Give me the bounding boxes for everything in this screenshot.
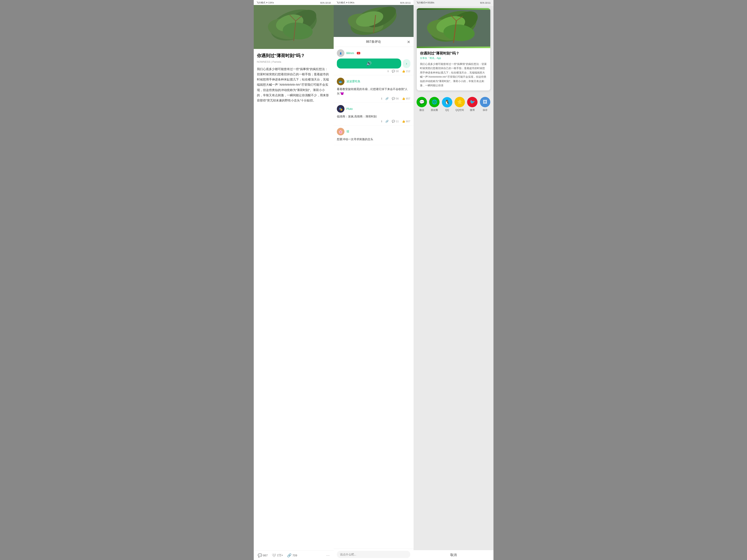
share-qq[interactable]: 🐧 QQ <box>442 97 452 111</box>
audio-arrow[interactable]: › <box>403 59 410 68</box>
article-content: 你遇到过"薄荷时刻"吗？ NOWNESS | Pamela 我们心底多少都可能曾… <box>254 49 334 551</box>
comment-input-bar[interactable] <box>334 549 414 560</box>
save-label: 保存 <box>483 108 488 112</box>
status-bar-1: 飞行模式 ✈ 11K/s 91% 10:10 <box>254 0 334 5</box>
share-moments[interactable]: 🌐 朋友圈 <box>429 97 440 112</box>
share-action-3[interactable]: 🔗 <box>385 120 389 123</box>
reply-action-3[interactable]: 💬 11 <box>392 120 398 123</box>
username-ju: 琚 <box>346 130 349 133</box>
status-bar-2: 飞行模式 ✈ 0.9K/s 91% 10:11 <box>334 0 414 5</box>
info-action-2[interactable]: ℹ <box>381 97 382 100</box>
more-menu[interactable]: ··· <box>326 553 330 558</box>
comment-item-4: 🌸 琚 想要冲动一次寻求刺激的念头 <box>334 126 414 145</box>
reply-count-3: 11 <box>396 120 398 123</box>
svg-text:🐟: 🐟 <box>338 79 343 84</box>
like-action-2[interactable]: 👍 857 <box>402 97 410 100</box>
svg-text:👤: 👤 <box>339 52 342 55</box>
reply-count-2: 56 <box>396 97 398 100</box>
comment-count: 867 <box>263 554 268 557</box>
like-count-1: 212 <box>406 70 410 73</box>
avatar-lililmm: 👤 <box>337 49 344 57</box>
qq-icon: 🐧 <box>442 97 452 107</box>
close-button[interactable]: ✕ <box>407 39 410 44</box>
comment-action[interactable]: 💬 867 <box>258 553 268 558</box>
comment-item-3: 🎭 Pluto 低情商：发疯 高情商：薄荷时刻 ℹ 🔗 💬 11 <box>334 103 414 126</box>
status-right-3: 91% 10:11 <box>480 2 491 4</box>
reply-action-2[interactable]: 💬 56 <box>392 97 398 100</box>
svg-text:🌸: 🌸 <box>339 130 343 134</box>
comment-user-row-4: 🌸 琚 <box>337 128 410 135</box>
comments-header: 867条评论 ✕ <box>334 37 414 47</box>
share-action-2[interactable]: 🔗 <box>385 97 389 100</box>
share-weibo[interactable]: 🐦 微博 <box>467 97 478 112</box>
vip-badge: W <box>357 52 360 54</box>
comments-title: 867条评论 <box>366 40 381 44</box>
audio-bar[interactable]: 🔊 <box>337 58 401 69</box>
comment-actions-2: ℹ 🔗 💬 56 👍 857 <box>337 97 410 100</box>
username-lililmm: lililmm <box>346 52 354 55</box>
audio-play-icon: 🔊 <box>366 61 371 66</box>
svg-rect-16 <box>334 5 414 37</box>
moments-icon: 🌐 <box>429 97 440 107</box>
status-right-2: 91% 10:11 <box>400 2 411 4</box>
screen-share: 飞行模式✈ 831B/s 91% 10:11 你遇到过"薄荷时刻"吗？ 我们心底… <box>414 0 493 560</box>
avatar-ju: 🌸 <box>337 128 344 135</box>
share-actions: 💬 微信 🌐 朋友圈 🐧 QQ ⭐ QQ空间 <box>414 94 493 117</box>
info-icon-3: ℹ <box>381 120 382 123</box>
cancel-button[interactable]: 取消 <box>414 550 493 560</box>
like-icon: 🤍 <box>272 553 276 558</box>
like-count-2: 857 <box>406 97 410 100</box>
hero-image-2 <box>334 5 414 37</box>
info-icon-2: ℹ <box>381 97 382 100</box>
like-count-3: 807 <box>406 120 410 123</box>
share-card: 你遇到过"薄荷时刻"吗？ 分享自「简讯」App 我们心底多少都可能曾有过一些"搞… <box>417 8 490 90</box>
reply-icon-2: 💬 <box>392 97 395 100</box>
qqspace-icon: ⭐ <box>455 97 465 107</box>
weibo-label: 微博 <box>470 108 475 112</box>
status-left-2: 飞行模式 ✈ 0.9K/s <box>336 1 355 4</box>
reply-icon-1: 💬 <box>392 70 395 73</box>
share-card-body: 我们心底多少都可能曾有过一些"搞事情"的疯狂想法：切菜时候突然幻想着切掉自己的一… <box>420 62 487 88</box>
share-wechat[interactable]: 💬 微信 <box>416 97 427 112</box>
avatar-bobo: 🐟 <box>337 78 344 85</box>
share-card-image <box>417 8 490 48</box>
share-save[interactable]: 🖼 保存 <box>480 97 490 112</box>
status-left-3: 飞行模式✈ 831B/s <box>416 1 434 4</box>
avatar-pluto: 🎭 <box>337 105 344 113</box>
comment-text-2: 看着教室旋转摇晃的吊扇，幻想着它掉下来会不会收割"人头"😈 <box>337 87 410 96</box>
share-action[interactable]: 🔗 709 <box>287 553 297 558</box>
reply-count-1: 30 <box>396 70 398 73</box>
audio-comment[interactable]: 🔊 › <box>337 58 410 69</box>
like-action-3[interactable]: 👍 807 <box>402 120 410 123</box>
username-pluto: Pluto <box>346 107 353 110</box>
comment-user-row-3: 🎭 Pluto <box>337 105 410 113</box>
reply-action-1[interactable]: 💬 30 <box>392 70 398 73</box>
hero-image-1 <box>254 5 334 49</box>
bottom-bar-1: 💬 867 🤍 2万+ 🔗 709 ··· <box>254 551 334 560</box>
qq-label: QQ <box>445 109 449 111</box>
svg-rect-9 <box>254 5 334 49</box>
share-qqspace[interactable]: ⭐ QQ空间 <box>455 97 465 112</box>
comment-text-4: 想要冲动一次寻求刺激的念头 <box>337 137 410 141</box>
like-icon-3: 👍 <box>402 120 405 123</box>
info-action-3[interactable]: ℹ <box>381 120 382 123</box>
article-meta: NOWNESS | Pamela <box>257 60 331 63</box>
comment-input[interactable] <box>337 551 410 558</box>
comment-text-3: 低情商：发疯 高情商：薄荷时刻 <box>337 114 410 118</box>
wechat-icon: 💬 <box>416 97 427 107</box>
article-body: 我们心底多少都可能曾有过一些"搞事情"的疯狂想法：切菜时候突然幻想着切掉自己的一… <box>257 66 331 103</box>
like-action[interactable]: 🤍 2万+ <box>272 553 283 558</box>
article-title: 你遇到过"薄荷时刻"吗？ <box>257 53 331 59</box>
share-icons-row: 💬 微信 🌐 朋友圈 🐧 QQ ⭐ QQ空间 <box>416 97 491 112</box>
weibo-icon: 🐦 <box>467 97 478 107</box>
share-icon: 🔗 <box>287 553 291 558</box>
share-overlay: 你遇到过"薄荷时刻"吗？ 分享自「简讯」App 我们心底多少都可能曾有过一些"搞… <box>414 5 493 560</box>
like-action-1[interactable]: 👍 212 <box>402 70 410 73</box>
comment-user-row-1: 👤 lililmm W <box>337 49 410 57</box>
info-action-1[interactable]: ℹ <box>388 70 389 73</box>
screen-article: 飞行模式 ✈ 11K/s 91% 10:10 你遇到过"薄荷时刻"吗？ <box>254 0 334 560</box>
comment-icon: 💬 <box>258 553 262 558</box>
svg-text:🎭: 🎭 <box>339 107 343 111</box>
reply-icon-3: 💬 <box>392 120 395 123</box>
qqspace-label: QQ空间 <box>456 108 464 112</box>
